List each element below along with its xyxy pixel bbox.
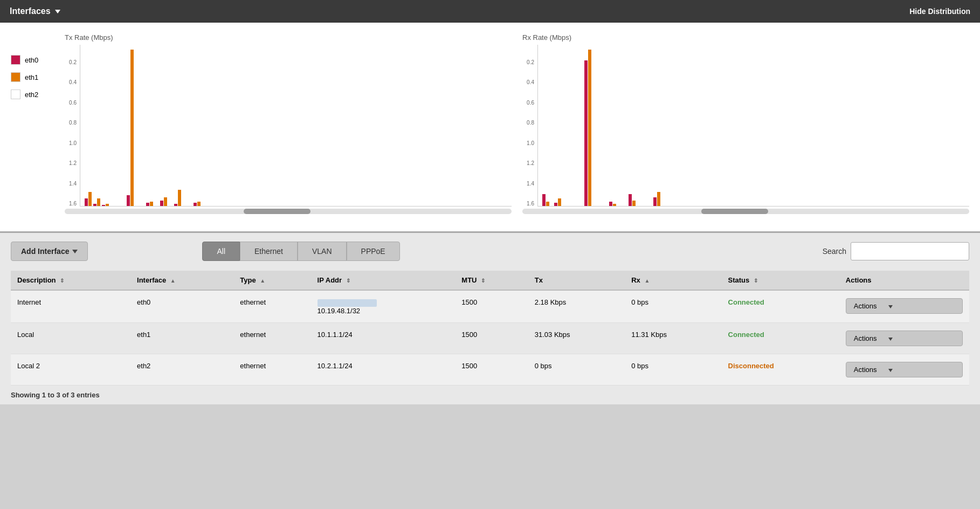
legend-color-eth1	[11, 72, 20, 82]
cell-type-1: ethernet	[233, 322, 310, 354]
col-type[interactable]: Type ▲	[233, 271, 310, 290]
cell-tx-1: 31.03 Kbps	[528, 322, 625, 354]
actions-chevron-icon-2	[888, 369, 893, 372]
tx-bar-eth0	[85, 198, 88, 206]
tx-bar-group-6	[160, 197, 167, 206]
table-body: Internet eth0 ethernet 10.19.48.1/32 150…	[11, 290, 969, 385]
col-interface[interactable]: Interface ▲	[130, 271, 233, 290]
filter-ethernet-button[interactable]: Ethernet	[240, 242, 298, 261]
cell-ipaddr-1: 10.1.1.1/24	[311, 322, 456, 354]
filter-vlan-button[interactable]: VLAN	[298, 242, 347, 261]
cell-tx-2: 0 bps	[528, 354, 625, 385]
status-badge-0: Connected	[728, 298, 764, 306]
col-description[interactable]: Description ⇕	[11, 271, 130, 290]
rx-chart: Rx Rate (Mbps) 1.6 1.4 1.2 1.0 0.8 0.6 0…	[522, 33, 969, 226]
cell-description-0: Internet	[11, 290, 130, 322]
col-mtu[interactable]: MTU ⇕	[455, 271, 528, 290]
cell-status-2: Disconnected	[722, 354, 839, 385]
cell-mtu-1: 1500	[455, 322, 528, 354]
add-interface-chevron-icon	[72, 250, 78, 253]
rx-bar-group-2	[554, 198, 561, 206]
cell-rx-0: 0 bps	[625, 290, 721, 322]
status-badge-1: Connected	[728, 331, 764, 339]
actions-main-1[interactable]: Actions	[846, 331, 885, 346]
tx-bar-group-1	[85, 192, 92, 206]
rx-bar-group-4	[609, 202, 616, 206]
filter-all-button[interactable]: All	[202, 242, 240, 261]
table-row: Local 2 eth2 ethernet 10.2.1.1/24 1500 0…	[11, 354, 969, 385]
cell-actions-2: Actions	[839, 354, 969, 385]
rx-bar-group-5	[629, 194, 636, 206]
actions-main-2[interactable]: Actions	[846, 362, 885, 377]
actions-button-2[interactable]: Actions	[846, 362, 963, 377]
cell-ipaddr-2: 10.2.1.1/24	[311, 354, 456, 385]
search-area: Search	[823, 242, 969, 260]
col-rx[interactable]: Rx ▲	[625, 271, 721, 290]
title-text: Interfaces	[10, 6, 51, 16]
rx-scrollbar-thumb[interactable]	[701, 209, 768, 214]
cell-actions-1: Actions	[839, 322, 969, 354]
status-badge-2: Disconnected	[728, 362, 774, 370]
tx-scrollbar-thumb[interactable]	[244, 209, 310, 214]
sort-mtu-icon: ⇕	[481, 278, 485, 284]
search-label: Search	[823, 247, 846, 256]
sort-type-icon: ▲	[260, 278, 265, 284]
tx-bar-group-5	[146, 202, 153, 206]
tx-chart-scrollbar[interactable]	[65, 209, 512, 214]
cell-interface-2: eth2	[130, 354, 233, 385]
cell-interface-0: eth0	[130, 290, 233, 322]
tx-y-axis: 1.6 1.4 1.2 1.0 0.8 0.6 0.4 0.2	[65, 45, 80, 207]
tx-bar-group-3	[102, 204, 109, 206]
tx-chart-title: Tx Rate (Mbps)	[65, 33, 512, 42]
page-title: Interfaces	[10, 6, 60, 16]
cell-interface-1: eth1	[130, 322, 233, 354]
actions-button-0[interactable]: Actions	[846, 298, 963, 314]
col-ip-addr[interactable]: IP Addr ⇕	[311, 271, 456, 290]
actions-chevron-icon-1	[888, 338, 893, 341]
table-row: Local eth1 ethernet 10.1.1.1/24 1500 31.…	[11, 322, 969, 354]
col-tx[interactable]: Tx	[528, 271, 625, 290]
filter-buttons: All Ethernet VLAN PPPoE	[202, 242, 399, 261]
filter-pppoe-button[interactable]: PPPoE	[347, 242, 400, 261]
cell-mtu-0: 1500	[455, 290, 528, 322]
actions-arrow-2[interactable]	[884, 362, 897, 377]
actions-arrow-1[interactable]	[884, 331, 897, 346]
title-chevron-icon[interactable]	[55, 10, 60, 13]
cell-rx-2: 0 bps	[625, 354, 721, 385]
table-header: Description ⇕ Interface ▲ Type ▲ IP Addr…	[11, 271, 969, 290]
cell-actions-0: Actions	[839, 290, 969, 322]
legend-item-eth1: eth1	[11, 72, 54, 82]
rx-chart-scrollbar[interactable]	[522, 209, 969, 214]
rx-y-axis: 1.6 1.4 1.2 1.0 0.8 0.6 0.4 0.2	[522, 45, 537, 207]
sort-status-icon: ⇕	[754, 278, 758, 284]
cell-type-0: ethernet	[233, 290, 310, 322]
cell-description-1: Local	[11, 322, 130, 354]
rx-bar-group-spike	[584, 50, 591, 206]
chart-area: eth0 eth1 eth2 Tx Rate (Mbps) 1.6 1.4 1.…	[0, 23, 980, 233]
actions-button-1[interactable]: Actions	[846, 331, 963, 346]
legend-label-eth2: eth2	[25, 91, 38, 99]
legend-color-eth0	[11, 55, 20, 65]
top-header: Interfaces Hide Distribution	[0, 0, 980, 23]
add-interface-button[interactable]: Add Interface	[11, 242, 88, 261]
hide-distribution-button[interactable]: Hide Distribution	[909, 7, 970, 16]
col-actions: Actions	[839, 271, 969, 290]
cell-status-1: Connected	[722, 322, 839, 354]
actions-main-0[interactable]: Actions	[846, 299, 885, 313]
cell-tx-0: 2.18 Kbps	[528, 290, 625, 322]
toolbar: Add Interface All Ethernet VLAN PPPoE Se…	[11, 242, 969, 261]
rx-chart-title: Rx Rate (Mbps)	[522, 33, 969, 42]
tx-bar-group-2	[93, 198, 100, 206]
legend-item-eth0: eth0	[11, 55, 54, 65]
actions-arrow-0[interactable]	[884, 299, 897, 313]
cell-ipaddr-0: 10.19.48.1/32	[311, 290, 456, 322]
legend-label-eth0: eth0	[25, 56, 38, 64]
actions-chevron-icon-0	[888, 305, 893, 308]
ip-text-0: 10.19.48.1/32	[318, 307, 361, 315]
ip-blur-mask	[318, 299, 377, 307]
legend-label-eth1: eth1	[25, 73, 38, 81]
chart-legend: eth0 eth1 eth2	[11, 33, 54, 226]
search-input[interactable]	[851, 242, 969, 260]
col-status[interactable]: Status ⇕	[722, 271, 839, 290]
sort-description-icon: ⇕	[60, 278, 64, 284]
